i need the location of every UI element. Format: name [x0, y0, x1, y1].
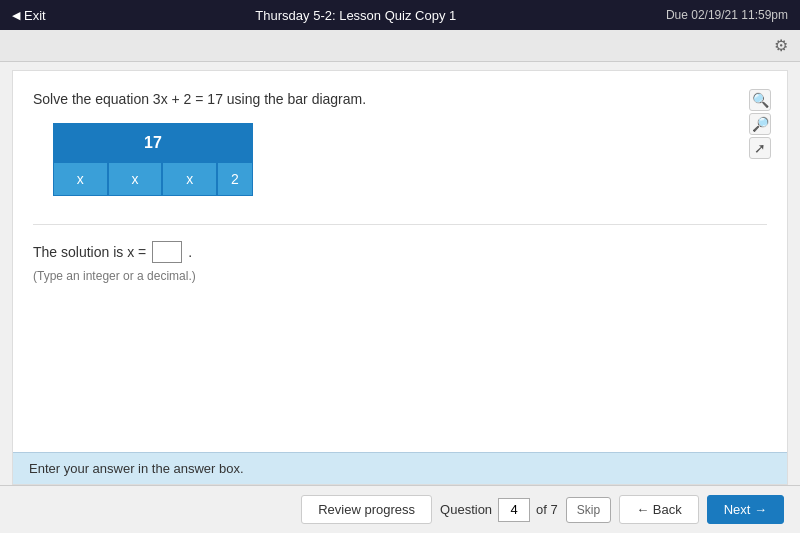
solution-prefix: The solution is x = — [33, 244, 146, 260]
status-bar: Enter your answer in the answer box. — [13, 452, 787, 484]
quiz-area: Solve the equation 3x + 2 = 17 using the… — [12, 70, 788, 485]
review-progress-button[interactable]: Review progress — [301, 495, 432, 524]
zoom-external-button[interactable]: ➚ — [749, 137, 771, 159]
of-label: of 7 — [536, 502, 558, 517]
question-content: Solve the equation 3x + 2 = 17 using the… — [13, 71, 787, 452]
chevron-left-icon: ◀ — [12, 9, 20, 22]
bar-cell-2: 2 — [217, 163, 253, 196]
quiz-title: Thursday 5-2: Lesson Quiz Copy 1 — [255, 8, 456, 23]
zoom-out-button[interactable]: 🔎 — [749, 113, 771, 135]
next-button[interactable]: Next → — [707, 495, 784, 524]
zoom-in-button[interactable]: 🔍 — [749, 89, 771, 111]
question-number-input[interactable] — [498, 498, 530, 522]
due-date: Due 02/19/21 11:59pm — [666, 8, 788, 22]
bottom-nav: Review progress Question of 7 Skip ← Bac… — [0, 485, 800, 533]
exit-button[interactable]: ◀ Exit — [12, 8, 46, 23]
bar-bottom-row: x x x 2 — [53, 163, 253, 196]
question-text: Solve the equation 3x + 2 = 17 using the… — [33, 91, 767, 107]
back-button[interactable]: ← Back — [619, 495, 699, 524]
bar-top: 17 — [53, 123, 253, 163]
solution-period: . — [188, 244, 192, 260]
bar-cell-x2: x — [108, 163, 163, 196]
bar-cell-x3: x — [162, 163, 217, 196]
top-bar: ◀ Exit Thursday 5-2: Lesson Quiz Copy 1 … — [0, 0, 800, 30]
divider — [33, 224, 767, 225]
toolbar-row: ⚙ — [0, 30, 800, 62]
hint-text: (Type an integer or a decimal.) — [33, 269, 767, 283]
gear-icon[interactable]: ⚙ — [774, 36, 788, 55]
bar-cell-x1: x — [53, 163, 108, 196]
zoom-controls: 🔍 🔎 ➚ — [749, 89, 771, 159]
content-wrapper: ⚙ Solve the equation 3x + 2 = 17 using t… — [0, 30, 800, 533]
solution-row: The solution is x = . — [33, 241, 767, 263]
exit-label[interactable]: Exit — [24, 8, 46, 23]
question-label: Question — [440, 502, 492, 517]
bar-diagram: 17 x x x 2 — [53, 123, 253, 196]
status-text: Enter your answer in the answer box. — [29, 461, 244, 476]
skip-button[interactable]: Skip — [566, 497, 611, 523]
answer-input[interactable] — [152, 241, 182, 263]
question-counter: Question of 7 — [440, 498, 558, 522]
